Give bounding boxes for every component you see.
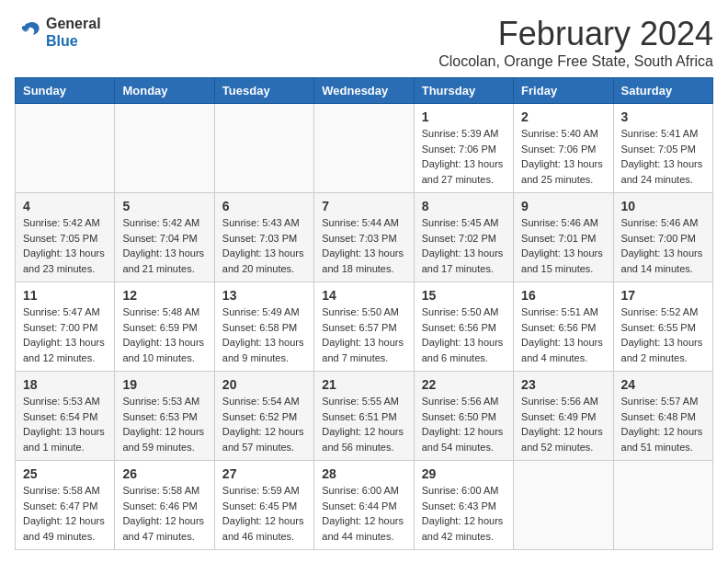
day-cell: 15Sunrise: 5:50 AM Sunset: 6:56 PM Dayli… bbox=[414, 282, 513, 372]
day-cell: 13Sunrise: 5:49 AM Sunset: 6:58 PM Dayli… bbox=[214, 282, 313, 372]
day-info: Sunrise: 5:49 AM Sunset: 6:58 PM Dayligh… bbox=[222, 304, 306, 365]
day-cell: 8Sunrise: 5:45 AM Sunset: 7:02 PM Daylig… bbox=[414, 193, 513, 282]
day-info: Sunrise: 5:58 AM Sunset: 6:46 PM Dayligh… bbox=[122, 483, 206, 544]
day-cell bbox=[115, 104, 214, 193]
day-cell: 7Sunrise: 5:44 AM Sunset: 7:03 PM Daylig… bbox=[314, 193, 414, 282]
day-info: Sunrise: 5:50 AM Sunset: 6:56 PM Dayligh… bbox=[422, 304, 506, 365]
day-number: 9 bbox=[521, 199, 605, 213]
day-cell: 23Sunrise: 5:56 AM Sunset: 6:49 PM Dayli… bbox=[514, 372, 613, 461]
day-info: Sunrise: 5:40 AM Sunset: 7:06 PM Dayligh… bbox=[521, 126, 605, 187]
day-cell: 11Sunrise: 5:47 AM Sunset: 7:00 PM Dayli… bbox=[16, 282, 115, 372]
day-info: Sunrise: 5:42 AM Sunset: 7:04 PM Dayligh… bbox=[122, 215, 206, 276]
day-cell: 26Sunrise: 5:58 AM Sunset: 6:46 PM Dayli… bbox=[115, 461, 214, 550]
day-cell: 18Sunrise: 5:53 AM Sunset: 6:54 PM Dayli… bbox=[16, 372, 115, 461]
day-number: 20 bbox=[222, 377, 306, 392]
day-info: Sunrise: 5:48 AM Sunset: 6:59 PM Dayligh… bbox=[122, 304, 206, 365]
day-info: Sunrise: 5:53 AM Sunset: 6:54 PM Dayligh… bbox=[23, 394, 107, 454]
day-cell: 1Sunrise: 5:39 AM Sunset: 7:06 PM Daylig… bbox=[414, 104, 513, 193]
calendar-table: SundayMondayTuesdayWednesdayThursdayFrid… bbox=[15, 77, 713, 550]
logo: General Blue bbox=[15, 15, 101, 50]
day-cell: 4Sunrise: 5:42 AM Sunset: 7:05 PM Daylig… bbox=[16, 193, 115, 282]
day-info: Sunrise: 5:51 AM Sunset: 6:56 PM Dayligh… bbox=[521, 304, 605, 365]
day-cell: 29Sunrise: 6:00 AM Sunset: 6:43 PM Dayli… bbox=[414, 461, 513, 550]
day-info: Sunrise: 5:57 AM Sunset: 6:48 PM Dayligh… bbox=[621, 394, 705, 454]
day-info: Sunrise: 5:55 AM Sunset: 6:51 PM Dayligh… bbox=[322, 394, 405, 454]
day-number: 18 bbox=[23, 377, 107, 392]
week-row-2: 4Sunrise: 5:42 AM Sunset: 7:05 PM Daylig… bbox=[16, 193, 713, 282]
week-row-5: 25Sunrise: 5:58 AM Sunset: 6:47 PM Dayli… bbox=[16, 461, 713, 550]
day-cell bbox=[214, 104, 313, 193]
day-info: Sunrise: 5:42 AM Sunset: 7:05 PM Dayligh… bbox=[23, 215, 107, 276]
day-number: 7 bbox=[322, 199, 405, 213]
day-info: Sunrise: 5:45 AM Sunset: 7:02 PM Dayligh… bbox=[422, 215, 506, 276]
day-info: Sunrise: 5:58 AM Sunset: 6:47 PM Dayligh… bbox=[23, 483, 107, 544]
header-cell-saturday: Saturday bbox=[613, 78, 712, 104]
header-cell-wednesday: Wednesday bbox=[314, 78, 414, 104]
day-cell: 20Sunrise: 5:54 AM Sunset: 6:52 PM Dayli… bbox=[214, 372, 313, 461]
day-cell: 28Sunrise: 6:00 AM Sunset: 6:44 PM Dayli… bbox=[314, 461, 414, 550]
day-number: 17 bbox=[621, 288, 705, 303]
day-cell: 12Sunrise: 5:48 AM Sunset: 6:59 PM Dayli… bbox=[115, 282, 214, 372]
day-number: 10 bbox=[621, 199, 705, 213]
day-number: 1 bbox=[422, 109, 506, 124]
week-row-4: 18Sunrise: 5:53 AM Sunset: 6:54 PM Dayli… bbox=[16, 372, 713, 461]
day-info: Sunrise: 6:00 AM Sunset: 6:44 PM Dayligh… bbox=[322, 483, 405, 544]
day-cell: 10Sunrise: 5:46 AM Sunset: 7:00 PM Dayli… bbox=[613, 193, 712, 282]
day-number: 6 bbox=[222, 199, 306, 213]
day-info: Sunrise: 5:46 AM Sunset: 7:00 PM Dayligh… bbox=[621, 215, 705, 276]
day-number: 19 bbox=[122, 377, 206, 392]
day-info: Sunrise: 5:50 AM Sunset: 6:57 PM Dayligh… bbox=[322, 304, 405, 365]
day-info: Sunrise: 5:52 AM Sunset: 6:55 PM Dayligh… bbox=[621, 304, 705, 365]
logo-blue: Blue bbox=[46, 32, 101, 50]
day-number: 12 bbox=[122, 288, 206, 303]
logo-text: General Blue bbox=[46, 15, 101, 50]
header-cell-sunday: Sunday bbox=[16, 78, 115, 104]
day-cell: 17Sunrise: 5:52 AM Sunset: 6:55 PM Dayli… bbox=[613, 282, 712, 372]
day-cell bbox=[16, 104, 115, 193]
logo-general: General bbox=[46, 15, 101, 32]
day-info: Sunrise: 5:39 AM Sunset: 7:06 PM Dayligh… bbox=[422, 126, 506, 187]
day-number: 4 bbox=[23, 199, 107, 213]
day-cell: 5Sunrise: 5:42 AM Sunset: 7:04 PM Daylig… bbox=[115, 193, 214, 282]
day-number: 22 bbox=[422, 377, 506, 392]
day-cell: 21Sunrise: 5:55 AM Sunset: 6:51 PM Dayli… bbox=[314, 372, 414, 461]
day-number: 28 bbox=[322, 466, 405, 481]
header-row: SundayMondayTuesdayWednesdayThursdayFrid… bbox=[16, 78, 713, 104]
day-cell: 9Sunrise: 5:46 AM Sunset: 7:01 PM Daylig… bbox=[514, 193, 613, 282]
day-cell: 14Sunrise: 5:50 AM Sunset: 6:57 PM Dayli… bbox=[314, 282, 414, 372]
day-info: Sunrise: 5:43 AM Sunset: 7:03 PM Dayligh… bbox=[222, 215, 306, 276]
day-cell: 16Sunrise: 5:51 AM Sunset: 6:56 PM Dayli… bbox=[514, 282, 613, 372]
day-number: 21 bbox=[322, 377, 405, 392]
day-info: Sunrise: 5:44 AM Sunset: 7:03 PM Dayligh… bbox=[322, 215, 405, 276]
day-number: 5 bbox=[122, 199, 206, 213]
header-cell-thursday: Thursday bbox=[414, 78, 513, 104]
day-cell: 2Sunrise: 5:40 AM Sunset: 7:06 PM Daylig… bbox=[514, 104, 613, 193]
page-header: General Blue February 2024 Clocolan, Ora… bbox=[15, 15, 713, 70]
day-number: 3 bbox=[621, 109, 705, 124]
day-number: 13 bbox=[222, 288, 306, 303]
calendar-header: SundayMondayTuesdayWednesdayThursdayFrid… bbox=[16, 78, 713, 104]
day-info: Sunrise: 6:00 AM Sunset: 6:43 PM Dayligh… bbox=[422, 483, 506, 544]
day-info: Sunrise: 5:59 AM Sunset: 6:45 PM Dayligh… bbox=[222, 483, 306, 544]
day-number: 26 bbox=[122, 466, 206, 481]
day-number: 14 bbox=[322, 288, 405, 303]
day-info: Sunrise: 5:46 AM Sunset: 7:01 PM Dayligh… bbox=[521, 215, 605, 276]
day-info: Sunrise: 5:56 AM Sunset: 6:50 PM Dayligh… bbox=[422, 394, 506, 454]
day-number: 16 bbox=[521, 288, 605, 303]
calendar-body: 1Sunrise: 5:39 AM Sunset: 7:06 PM Daylig… bbox=[16, 104, 713, 550]
day-info: Sunrise: 5:53 AM Sunset: 6:53 PM Dayligh… bbox=[122, 394, 206, 454]
day-number: 29 bbox=[422, 466, 506, 481]
week-row-3: 11Sunrise: 5:47 AM Sunset: 7:00 PM Dayli… bbox=[16, 282, 713, 372]
day-cell: 19Sunrise: 5:53 AM Sunset: 6:53 PM Dayli… bbox=[115, 372, 214, 461]
header-cell-monday: Monday bbox=[115, 78, 214, 104]
month-title: February 2024 bbox=[438, 15, 713, 53]
day-number: 27 bbox=[222, 466, 306, 481]
day-number: 11 bbox=[23, 288, 107, 303]
day-cell: 22Sunrise: 5:56 AM Sunset: 6:50 PM Dayli… bbox=[414, 372, 513, 461]
day-cell: 3Sunrise: 5:41 AM Sunset: 7:05 PM Daylig… bbox=[613, 104, 712, 193]
title-block: February 2024 Clocolan, Orange Free Stat… bbox=[438, 15, 713, 70]
location-subtitle: Clocolan, Orange Free State, South Afric… bbox=[438, 53, 713, 70]
week-row-1: 1Sunrise: 5:39 AM Sunset: 7:06 PM Daylig… bbox=[16, 104, 713, 193]
day-number: 25 bbox=[23, 466, 107, 481]
day-cell: 24Sunrise: 5:57 AM Sunset: 6:48 PM Dayli… bbox=[613, 372, 712, 461]
